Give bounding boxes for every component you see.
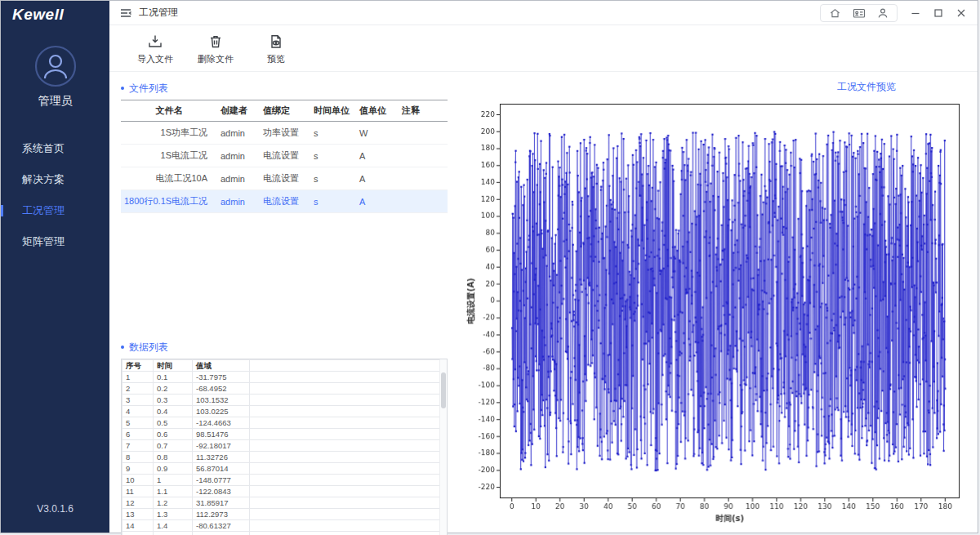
data-cell <box>250 440 447 452</box>
user-icon[interactable] <box>877 7 889 19</box>
data-cell: -68.4952 <box>193 383 250 395</box>
data-list-scrollbar[interactable] <box>439 359 447 535</box>
collapse-sidebar-icon[interactable] <box>119 7 132 19</box>
data-list-table: 序号时间值域 10.1-31.797520.2-68.495230.3103.1… <box>122 359 447 535</box>
scrollbar-thumb[interactable] <box>441 372 446 408</box>
data-cell: 2 <box>122 383 154 395</box>
data-cell: 0.6 <box>154 429 193 440</box>
delete-file-button[interactable]: 删除文件 <box>196 33 235 65</box>
data-cell: -124.4663 <box>193 417 250 429</box>
data-cell: 0.9 <box>154 463 193 475</box>
preview-button[interactable]: 预览 <box>256 33 296 65</box>
condition-chart <box>462 96 969 526</box>
data-cell: -31.7975 <box>193 372 250 383</box>
list-item[interactable]: 10.1-31.7975 <box>122 372 447 383</box>
data-cell <box>250 509 447 520</box>
minimize-button[interactable] <box>911 8 920 18</box>
data-col-header: 值域 <box>193 360 250 372</box>
app-window: Kewell 管理员 系统首页解决方案工况管理矩阵管理 V3.0.1.6 工况管… <box>0 0 978 533</box>
data-cell <box>250 475 447 486</box>
data-cell <box>250 520 447 532</box>
list-item[interactable]: 121.231.85917 <box>122 497 447 509</box>
data-col-header: 序号 <box>122 360 154 372</box>
left-column: 文件列表 文件名创建者值绑定时间单位值单位注释 1S功率工况admin功率设置s… <box>121 77 454 526</box>
list-item[interactable]: 70.7-92.18017 <box>122 440 447 452</box>
data-cell: 1.4 <box>154 520 193 532</box>
data-cell <box>250 383 447 395</box>
data-cell: 98.51476 <box>193 429 250 440</box>
data-cell <box>250 395 447 406</box>
data-cell <box>250 463 447 475</box>
close-button[interactable] <box>956 8 966 18</box>
table-row[interactable]: 1S功率工况admin功率设置sW <box>121 122 448 145</box>
table-cell: 功率设置 <box>260 122 310 145</box>
data-cell: 6 <box>122 429 154 440</box>
file-col-header: 时间单位 <box>310 100 356 122</box>
list-item[interactable]: 40.4103.0225 <box>122 406 447 417</box>
table-cell: 电流设置 <box>260 167 310 190</box>
list-item[interactable]: 50.5-124.4663 <box>122 417 447 429</box>
toolbar: 导入文件删除文件预览 <box>109 25 978 72</box>
data-cell: 11 <box>122 486 154 497</box>
data-list-header: 序号时间值域 <box>122 360 447 372</box>
home-icon[interactable] <box>829 7 841 19</box>
table-cell: s <box>310 122 356 145</box>
data-cell <box>250 497 447 509</box>
data-cell: 0.7 <box>154 440 193 452</box>
import-file-button[interactable]: 导入文件 <box>136 33 175 65</box>
delete-file-icon <box>207 33 224 50</box>
data-cell <box>250 417 447 429</box>
list-item[interactable]: 20.2-68.4952 <box>122 383 447 395</box>
sidebar-item-home[interactable]: 系统首页 <box>1 133 109 164</box>
app-version: V3.0.1.6 <box>1 503 109 515</box>
list-item[interactable]: 131.3112.2973 <box>122 509 447 520</box>
data-cell <box>250 452 447 463</box>
id-card-icon[interactable] <box>853 7 866 19</box>
table-cell <box>399 122 448 145</box>
chart-panel: 工况文件预览 <box>462 77 969 526</box>
tool-label: 导入文件 <box>137 53 173 65</box>
sidebar-item-condition[interactable]: 工况管理 <box>1 195 109 226</box>
list-item[interactable]: 60.698.51476 <box>122 429 447 440</box>
data-list-container: 序号时间值域 10.1-31.797520.2-68.495230.3103.1… <box>121 359 448 535</box>
table-cell: admin <box>217 145 260 167</box>
list-item[interactable]: 80.811.32726 <box>122 452 447 463</box>
data-cell: 112.2973 <box>193 509 250 520</box>
data-cell <box>250 372 447 383</box>
table-cell: 电流工况10A <box>121 167 217 190</box>
data-cell: 164.03706 <box>193 532 250 535</box>
content: 文件列表 文件名创建者值绑定时间单位值单位注释 1S功率工况admin功率设置s… <box>109 72 978 533</box>
list-item[interactable]: 141.4-80.61327 <box>122 520 447 532</box>
data-cell: 0.3 <box>154 395 193 406</box>
list-item[interactable]: 90.956.87014 <box>122 463 447 475</box>
data-cell: 3 <box>122 395 154 406</box>
tool-label: 删除文件 <box>198 53 234 65</box>
maximize-button[interactable] <box>933 8 943 18</box>
file-list-table: 文件名创建者值绑定时间单位值单位注释 1S功率工况admin功率设置sW1S电流… <box>121 100 448 213</box>
list-item[interactable]: 151.5164.03706 <box>122 532 447 535</box>
data-cell: 12 <box>122 497 154 509</box>
data-cell: -92.18017 <box>193 440 250 452</box>
sidebar-item-solutions[interactable]: 解决方案 <box>1 164 109 195</box>
main-area: 工况管理 <box>109 1 978 533</box>
file-col-header: 值单位 <box>356 100 399 122</box>
data-col-header <box>250 360 447 372</box>
data-cell: 15 <box>122 532 154 535</box>
data-list-body: 10.1-31.797520.2-68.495230.3103.153240.4… <box>122 372 447 535</box>
data-cell: 0.1 <box>154 372 193 383</box>
table-row[interactable]: 1S电流工况admin电流设置sA <box>121 145 448 167</box>
list-item[interactable]: 111.1-122.0843 <box>122 486 447 497</box>
table-cell: 电流设置 <box>260 145 310 167</box>
table-row[interactable]: 1800行0.1S电流工况admin电流设置sA <box>121 190 448 213</box>
list-item[interactable]: 30.3103.1532 <box>122 395 447 406</box>
data-cell: 56.87014 <box>193 463 250 475</box>
list-item[interactable]: 101-148.0777 <box>122 475 447 486</box>
data-list-section: 数据列表 序号时间值域 10.1-31.797520.2-68.495230.3… <box>121 336 454 535</box>
sidebar-item-matrix[interactable]: 矩阵管理 <box>1 226 109 257</box>
table-row[interactable]: 电流工况10Aadmin电流设置sA <box>121 167 448 190</box>
brand-logo: Kewell <box>1 1 109 25</box>
data-cell: -122.0843 <box>193 486 250 497</box>
data-cell: 0.8 <box>154 452 193 463</box>
preview-icon <box>268 33 284 50</box>
data-cell: 7 <box>122 440 154 452</box>
